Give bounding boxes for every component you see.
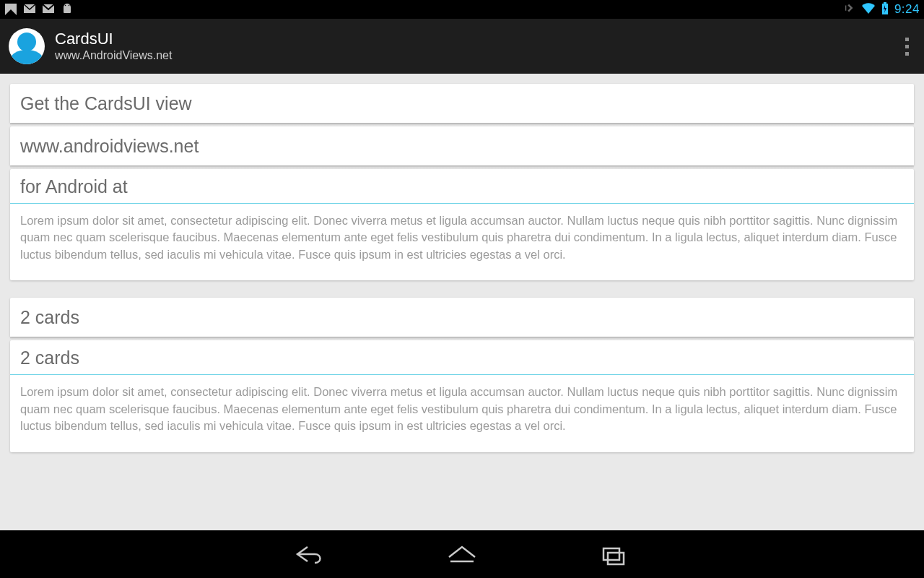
card-title: for Android at <box>10 169 914 203</box>
app-icon <box>9 28 45 64</box>
back-button[interactable] <box>289 540 332 569</box>
cards-scroll-area[interactable]: Get the CardsUI view www.androidviews.ne… <box>0 74 924 530</box>
svg-rect-10 <box>608 553 624 564</box>
svg-point-3 <box>65 4 66 6</box>
gmail-icon <box>42 2 55 17</box>
android-icon <box>61 2 74 17</box>
svg-rect-9 <box>603 548 619 560</box>
card[interactable]: for Android at Lorem ipsum dolor sit ame… <box>10 169 914 280</box>
recent-apps-button[interactable] <box>592 540 635 569</box>
status-bar: 9:24 <box>0 0 924 19</box>
svg-point-4 <box>69 4 70 6</box>
card-peek[interactable]: 2 cards <box>10 298 914 337</box>
card-title: www.androidviews.net <box>20 136 199 157</box>
status-right: 9:24 <box>844 2 920 17</box>
app-subtitle: www.AndroidViews.net <box>55 49 172 62</box>
card[interactable]: 2 cards Lorem ipsum dolor sit amet, cons… <box>10 340 914 452</box>
battery-charging-icon <box>881 2 889 17</box>
card-stack: 2 cards 2 cards Lorem ipsum dolor sit am… <box>10 298 914 452</box>
clock: 9:24 <box>894 2 920 17</box>
action-bar: CardsUI www.AndroidViews.net <box>0 19 924 74</box>
navigation-bar <box>0 530 924 578</box>
overflow-menu-button[interactable] <box>898 32 915 61</box>
wifi-icon <box>861 3 876 17</box>
card-peek[interactable]: Get the CardsUI view <box>10 84 914 123</box>
mail-icon <box>23 2 36 17</box>
notification-icon <box>4 3 17 16</box>
vibrate-icon <box>844 3 855 17</box>
card-title: Get the CardsUI view <box>20 93 192 114</box>
card-title: 2 cards <box>20 307 79 328</box>
card-peek[interactable]: www.androidviews.net <box>10 126 914 165</box>
card-stack: Get the CardsUI view www.androidviews.ne… <box>10 84 914 280</box>
card-title: 2 cards <box>10 340 914 374</box>
card-body: Lorem ipsum dolor sit amet, consectetur … <box>10 375 914 452</box>
status-left <box>4 2 74 17</box>
card-body: Lorem ipsum dolor sit amet, consectetur … <box>10 204 914 280</box>
svg-rect-7 <box>884 2 886 4</box>
app-title: CardsUI <box>55 30 172 48</box>
home-button[interactable] <box>440 540 484 569</box>
app-titles: CardsUI www.AndroidViews.net <box>55 30 172 62</box>
